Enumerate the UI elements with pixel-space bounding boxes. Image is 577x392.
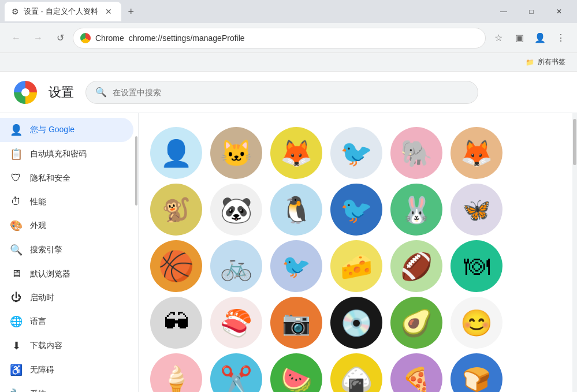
sidebar-item-google[interactable]: 👤 您与 Google xyxy=(0,118,133,142)
avatar-circle-27[interactable]: 🍉 xyxy=(270,353,322,392)
avatar-circle-12[interactable]: 🦋 xyxy=(451,184,502,236)
avatar-circle-5[interactable]: 🐘 xyxy=(390,127,442,179)
avatar-circle-29[interactable]: 🍕 xyxy=(390,353,442,392)
sidebar-icon-startup: ⏻ xyxy=(9,292,23,304)
sidebar-button[interactable]: ▣ xyxy=(510,29,528,47)
chrome-label: Chrome xyxy=(95,33,124,43)
avatar-circle-22[interactable]: 💿 xyxy=(330,297,382,349)
all-bookmarks-label: 所有书签 xyxy=(538,57,565,67)
maximize-button[interactable]: □ xyxy=(518,2,545,21)
sidebar-item-appearance[interactable]: 🎨 外观 xyxy=(0,214,133,238)
folder-icon: 📁 xyxy=(526,58,534,66)
avatar-circle-2[interactable]: 🐱 xyxy=(210,127,262,179)
sidebar-label-system: 系统 xyxy=(30,389,46,392)
avatar-circle-6[interactable]: 🦊 xyxy=(451,127,502,179)
avatar-circle-11[interactable]: 🐰 xyxy=(390,184,442,236)
sidebar-icon-accessibility: ♿ xyxy=(9,364,23,376)
avatar-grid: 👤🐱🦊🐦🐘🦊🐒🐼🐧🐦🐰🦋🏀🚲🐦🧀🏈🍽🕶🍣📷💿🥑😊🍦✂️🍉🍙🍕🍞 xyxy=(139,122,572,392)
sidebar-label-performance: 性能 xyxy=(30,197,46,207)
sidebar-icon-system: 🔧 xyxy=(9,388,23,392)
sidebar-icon-language: 🌐 xyxy=(9,315,23,328)
right-scrollbar-thumb xyxy=(573,119,576,165)
forward-button[interactable]: → xyxy=(29,29,47,47)
sidebar-scrollbar-thumb xyxy=(135,136,137,206)
sidebar-item-startup[interactable]: ⏻ 启动时 xyxy=(0,286,133,309)
avatar-circle-20[interactable]: 🍣 xyxy=(210,297,262,349)
app-layout: 设置 🔍 👤 您与 Google 📋 自动填充和密码 🛡 隐私和安全 ⏱ 性能 … xyxy=(0,72,577,392)
sidebar: 👤 您与 Google 📋 自动填充和密码 🛡 隐私和安全 ⏱ 性能 🎨 外观 … xyxy=(0,113,139,392)
new-tab-button[interactable]: + xyxy=(124,3,139,20)
address-bar-container[interactable]: Chrome xyxy=(73,28,486,48)
sidebar-icon-appearance: 🎨 xyxy=(9,219,23,232)
sidebar-item-autofill[interactable]: 📋 自动填充和密码 xyxy=(0,142,133,166)
settings-header: 设置 🔍 xyxy=(0,72,577,113)
avatar-circle-15[interactable]: 🐦 xyxy=(270,240,322,292)
avatar-circle-21[interactable]: 📷 xyxy=(270,297,322,349)
sidebar-item-privacy[interactable]: 🛡 隐私和安全 xyxy=(0,166,133,190)
sidebar-item-language[interactable]: 🌐 语言 xyxy=(0,309,133,334)
avatar-circle-16[interactable]: 🧀 xyxy=(330,240,382,292)
sidebar-item-system[interactable]: 🔧 系统 xyxy=(0,382,133,392)
avatar-circle-7[interactable]: 🐒 xyxy=(150,184,202,236)
google-logo xyxy=(14,81,37,104)
sidebar-item-download[interactable]: ⬇ 下载内容 xyxy=(0,334,133,358)
sidebar-label-download: 下载内容 xyxy=(30,341,62,351)
google-logo-inner xyxy=(21,88,29,96)
sidebar-icon-download: ⬇ xyxy=(9,339,23,352)
avatar-circle-3[interactable]: 🦊 xyxy=(270,127,322,179)
avatar-circle-24[interactable]: 😊 xyxy=(451,297,502,349)
avatar-circle-25[interactable]: 🍦 xyxy=(150,353,202,392)
sidebar-label-autofill: 自动填充和密码 xyxy=(30,149,87,159)
right-scrollbar[interactable] xyxy=(572,113,577,392)
sidebar-icon-autofill: 📋 xyxy=(9,148,23,160)
address-input[interactable] xyxy=(129,33,478,43)
profile-button[interactable]: 👤 xyxy=(531,29,549,47)
avatar-circle-28[interactable]: 🍙 xyxy=(330,353,382,392)
sidebar-item-search[interactable]: 🔍 搜索引擎 xyxy=(0,238,133,262)
titlebar: ⚙ 设置 - 自定义个人资料 ✕ + — □ ✕ xyxy=(0,0,577,23)
refresh-button[interactable]: ↺ xyxy=(51,29,69,47)
sidebar-icon-performance: ⏱ xyxy=(9,196,23,208)
avatar-circle-1[interactable]: 👤 xyxy=(150,127,202,179)
avatar-circle-30[interactable]: 🍞 xyxy=(451,353,502,392)
avatar-circle-9[interactable]: 🐧 xyxy=(270,184,322,236)
avatar-circle-13[interactable]: 🏀 xyxy=(150,240,202,292)
avatar-circle-10[interactable]: 🐦 xyxy=(330,184,382,236)
avatar-circle-4[interactable]: 🐦 xyxy=(330,127,382,179)
sidebar-item-accessibility[interactable]: ♿ 无障碍 xyxy=(0,358,133,382)
sidebar-icon-privacy: 🛡 xyxy=(9,172,23,184)
back-button[interactable]: ← xyxy=(7,29,25,47)
search-bar[interactable]: 🔍 xyxy=(85,81,478,104)
sidebar-label-privacy: 隐私和安全 xyxy=(30,173,70,184)
avatar-circle-18[interactable]: 🍽 xyxy=(451,240,502,292)
bookmarks-bar: 📁 所有书签 xyxy=(0,53,577,72)
sidebar-item-performance[interactable]: ⏱ 性能 xyxy=(0,190,133,214)
tab-close-button[interactable]: ✕ xyxy=(103,6,114,17)
sidebar-item-browser[interactable]: 🖥 默认浏览器 xyxy=(0,262,133,286)
window-controls: — □ ✕ xyxy=(490,2,572,21)
sidebar-label-accessibility: 无障碍 xyxy=(30,365,54,375)
sidebar-label-search: 搜索引擎 xyxy=(30,245,62,255)
menu-button[interactable]: ⋮ xyxy=(552,29,570,47)
avatar-circle-19[interactable]: 🕶 xyxy=(150,297,202,349)
close-button[interactable]: ✕ xyxy=(546,2,572,21)
all-bookmarks-item[interactable]: 📁 所有书签 xyxy=(521,55,570,69)
avatar-circle-17[interactable]: 🏈 xyxy=(390,240,442,292)
sidebar-icon-google: 👤 xyxy=(9,124,23,136)
avatar-circle-26[interactable]: ✂️ xyxy=(210,353,262,392)
minimize-button[interactable]: — xyxy=(490,2,517,21)
avatar-circle-8[interactable]: 🐼 xyxy=(210,184,262,236)
sidebar-label-appearance: 外观 xyxy=(30,221,46,231)
avatar-circle-23[interactable]: 🥑 xyxy=(390,297,442,349)
site-icon xyxy=(80,33,91,43)
search-input[interactable] xyxy=(113,88,468,97)
sidebar-items-list: 👤 您与 Google 📋 自动填充和密码 🛡 隐私和安全 ⏱ 性能 🎨 外观 … xyxy=(0,118,138,392)
bookmark-button[interactable]: ☆ xyxy=(489,29,508,47)
sidebar-label-startup: 启动时 xyxy=(30,293,54,303)
sidebar-label-browser: 默认浏览器 xyxy=(30,269,70,279)
active-tab[interactable]: ⚙ 设置 - 自定义个人资料 ✕ xyxy=(5,2,121,21)
sidebar-scrollbar[interactable] xyxy=(135,113,138,392)
avatar-circle-14[interactable]: 🚲 xyxy=(210,240,262,292)
sidebar-label-google: 您与 Google xyxy=(30,125,75,135)
sidebar-label-language: 语言 xyxy=(30,316,46,327)
